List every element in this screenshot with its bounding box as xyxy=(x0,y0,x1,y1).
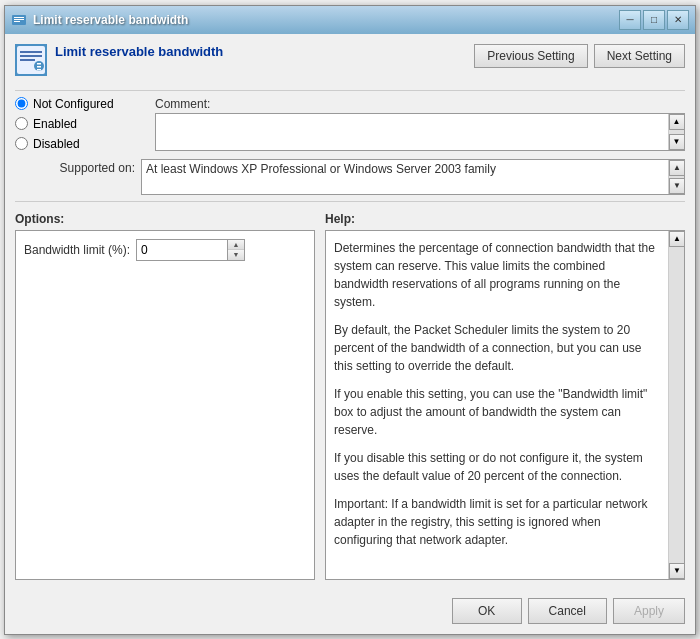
close-button[interactable]: ✕ xyxy=(667,10,689,30)
disabled-radio[interactable] xyxy=(15,137,28,150)
navigation-buttons: Previous Setting Next Setting xyxy=(474,44,685,68)
help-scrollbar: ▲ ▼ xyxy=(668,231,684,579)
scroll-down-btn[interactable]: ▼ xyxy=(669,134,685,150)
supported-scroll-up[interactable]: ▲ xyxy=(669,160,685,176)
supported-box: At least Windows XP Professional or Wind… xyxy=(141,159,685,195)
help-paragraph-3: If you enable this setting, you can use … xyxy=(334,385,660,439)
comment-area: Comment: ▲ ▼ xyxy=(155,97,685,151)
options-help-row: Options: Bandwidth limit (%): ▲ ▼ xyxy=(15,212,685,580)
next-setting-button[interactable]: Next Setting xyxy=(594,44,685,68)
spinner-buttons: ▲ ▼ xyxy=(227,240,244,260)
bandwidth-limit-label: Bandwidth limit (%): xyxy=(24,243,130,257)
main-window: Limit reservable bandwidth ─ □ ✕ xyxy=(4,5,696,635)
comment-scrollbar: ▲ ▼ xyxy=(668,114,684,150)
help-paragraph-4: If you disable this setting or do not co… xyxy=(334,449,660,485)
header-divider xyxy=(15,90,685,91)
setting-icon xyxy=(15,44,47,76)
supported-label: Supported on: xyxy=(15,159,135,175)
supported-scroll-down[interactable]: ▼ xyxy=(669,178,685,194)
ok-button[interactable]: OK xyxy=(452,598,522,624)
supported-value: At least Windows XP Professional or Wind… xyxy=(146,162,496,176)
options-section: Options: Bandwidth limit (%): ▲ ▼ xyxy=(15,212,315,580)
svg-rect-3 xyxy=(14,21,20,22)
previous-setting-button[interactable]: Previous Setting xyxy=(474,44,587,68)
help-paragraph-2: By default, the Packet Scheduler limits … xyxy=(334,321,660,375)
svg-rect-6 xyxy=(20,55,42,57)
comment-box: ▲ ▼ xyxy=(155,113,685,151)
disabled-option[interactable]: Disabled xyxy=(15,137,145,151)
svg-rect-1 xyxy=(14,17,24,18)
svg-rect-11 xyxy=(37,69,41,71)
svg-rect-2 xyxy=(14,19,24,20)
window-controls: ─ □ ✕ xyxy=(619,10,689,30)
svg-rect-10 xyxy=(37,66,41,68)
help-paragraph-5: Important: If a bandwidth limit is set f… xyxy=(334,495,660,549)
disabled-label: Disabled xyxy=(33,137,80,151)
help-scroll-up[interactable]: ▲ xyxy=(669,231,685,247)
radio-group: Not Configured Enabled Disabled xyxy=(15,97,145,151)
not-configured-radio[interactable] xyxy=(15,97,28,110)
scroll-up-btn[interactable]: ▲ xyxy=(669,114,685,130)
not-configured-label: Not Configured xyxy=(33,97,114,111)
apply-button[interactable]: Apply xyxy=(613,598,685,624)
window-title: Limit reservable bandwidth xyxy=(33,13,619,27)
options-label: Options: xyxy=(15,212,315,226)
dialog-title: Limit reservable bandwidth xyxy=(55,44,474,59)
middle-divider xyxy=(15,201,685,202)
help-text: Determines the percentage of connection … xyxy=(334,239,676,549)
enabled-label: Enabled xyxy=(33,117,77,131)
svg-rect-5 xyxy=(20,51,42,53)
help-label: Help: xyxy=(325,212,685,226)
enabled-option[interactable]: Enabled xyxy=(15,117,145,131)
not-configured-option[interactable]: Not Configured xyxy=(15,97,145,111)
help-box: Determines the percentage of connection … xyxy=(325,230,685,580)
dialog-content: Limit reservable bandwidth Previous Sett… xyxy=(5,34,695,590)
cancel-button[interactable]: Cancel xyxy=(528,598,607,624)
minimize-button[interactable]: ─ xyxy=(619,10,641,30)
config-section: Not Configured Enabled Disabled Comment:… xyxy=(15,97,685,151)
help-paragraph-1: Determines the percentage of connection … xyxy=(334,239,660,311)
supported-row: Supported on: At least Windows XP Profes… xyxy=(15,159,685,195)
svg-rect-9 xyxy=(37,63,41,65)
enabled-radio[interactable] xyxy=(15,117,28,130)
dialog-footer: OK Cancel Apply xyxy=(5,590,695,634)
help-scroll-down[interactable]: ▼ xyxy=(669,563,685,579)
supported-scrollbar: ▲ ▼ xyxy=(668,160,684,194)
help-section: Help: Determines the percentage of conne… xyxy=(325,212,685,580)
title-bar: Limit reservable bandwidth ─ □ ✕ xyxy=(5,6,695,34)
bandwidth-input[interactable] xyxy=(137,240,227,260)
maximize-button[interactable]: □ xyxy=(643,10,665,30)
spin-down-button[interactable]: ▼ xyxy=(228,250,244,260)
bandwidth-limit-row: Bandwidth limit (%): ▲ ▼ xyxy=(24,239,306,261)
help-scroll-track xyxy=(669,247,684,563)
svg-rect-7 xyxy=(20,59,35,61)
options-box: Bandwidth limit (%): ▲ ▼ xyxy=(15,230,315,580)
bandwidth-input-group: ▲ ▼ xyxy=(136,239,245,261)
header-section: Limit reservable bandwidth Previous Sett… xyxy=(15,44,685,76)
comment-label: Comment: xyxy=(155,97,685,111)
window-icon xyxy=(11,12,27,28)
spin-up-button[interactable]: ▲ xyxy=(228,240,244,250)
